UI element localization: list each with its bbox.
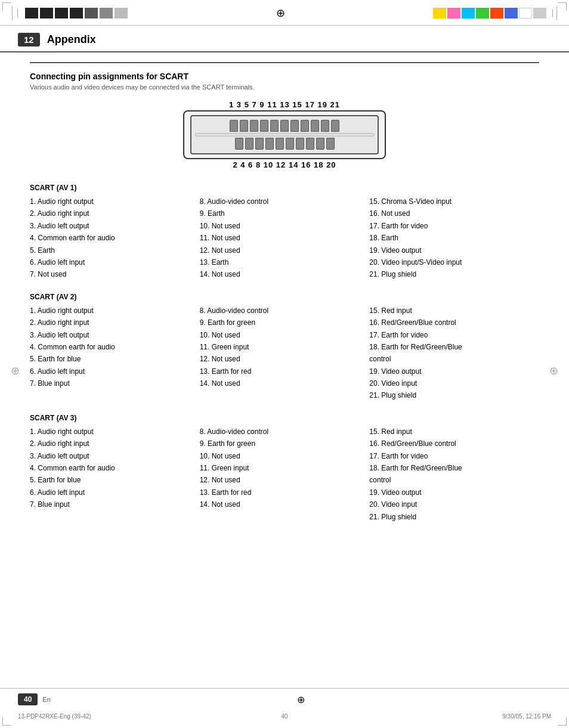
list-item: Audio right output bbox=[30, 305, 194, 317]
corner-tl bbox=[2, 2, 11, 11]
list-item: Plug shield bbox=[369, 511, 533, 523]
scart-diagram: 1 3 5 7 9 11 13 15 17 19 21 bbox=[30, 100, 539, 169]
pin bbox=[260, 120, 268, 132]
list-item: Video input bbox=[369, 498, 533, 510]
scart-av3-label: SCART (AV 3) bbox=[30, 414, 539, 422]
footer-lang: En bbox=[42, 696, 50, 703]
pin-numbers-bottom: 2 4 6 8 10 12 14 16 18 20 bbox=[233, 160, 336, 169]
section-title: Connecting pin assignments for SCART bbox=[30, 72, 539, 81]
list-item: Not used bbox=[200, 450, 364, 462]
scart-av2-columns: Audio right output Audio right input Aud… bbox=[30, 305, 539, 402]
pin bbox=[250, 120, 258, 132]
scart-av2-col1: Audio right output Audio right input Aud… bbox=[30, 305, 200, 402]
scart-av3-list1: Audio right output Audio right input Aud… bbox=[30, 426, 194, 511]
section-divider bbox=[30, 62, 539, 63]
corner-bl bbox=[2, 717, 11, 726]
pin-row-top bbox=[195, 120, 374, 132]
pin bbox=[321, 120, 329, 132]
list-item: Not used bbox=[200, 220, 364, 232]
list-item: Video output bbox=[369, 487, 533, 498]
footer: 40 En ⊕ bbox=[0, 688, 569, 710]
corner-tr bbox=[558, 2, 567, 11]
list-item: Audio-video control bbox=[200, 196, 364, 207]
list-item: Common earth for audio bbox=[30, 341, 194, 353]
scart-av1-list1: Audio right output Audio right input Aud… bbox=[30, 196, 194, 281]
list-item: Earth for video bbox=[369, 220, 533, 232]
list-item: Chroma S-Video input bbox=[369, 196, 533, 207]
scart-av1-columns: Audio right output Audio right input Aud… bbox=[30, 196, 539, 281]
scart-av1-col1: Audio right output Audio right input Aud… bbox=[30, 196, 200, 281]
scart-av2-label: SCART (AV 2) bbox=[30, 293, 539, 301]
pin bbox=[286, 138, 294, 150]
pin bbox=[240, 120, 248, 132]
color-bar-right bbox=[433, 8, 546, 18]
compass-top: ⊕ bbox=[128, 7, 433, 20]
compass-bottom: ⊕ bbox=[297, 694, 305, 705]
list-item: Earth for Red/Green/Bluecontrol bbox=[369, 462, 533, 487]
list-item: Earth for blue bbox=[30, 353, 194, 365]
list-item: Earth for red bbox=[200, 365, 364, 377]
scart-av2-section: SCART (AV 2) Audio right output Audio ri… bbox=[30, 293, 539, 402]
pin bbox=[245, 138, 253, 150]
scart-av3-col3: Red input Red/Green/Blue control Earth f… bbox=[369, 426, 539, 523]
list-item: Video output bbox=[369, 244, 533, 256]
scart-av3-list2: Audio-video control Earth for green Not … bbox=[200, 426, 364, 511]
list-item: Not used bbox=[200, 377, 364, 389]
scart-av1-list3: Chroma S-Video input Not used Earth for … bbox=[369, 196, 533, 281]
list-item: Not used bbox=[200, 268, 364, 280]
chapter-title: Appendix bbox=[47, 33, 96, 46]
chapter-number: 12 bbox=[18, 33, 40, 47]
corner-br bbox=[558, 717, 567, 726]
main-content: Connecting pin assignments for SCART Var… bbox=[0, 62, 569, 523]
list-item: Earth for video bbox=[369, 329, 533, 341]
list-item: Not used bbox=[200, 474, 364, 486]
list-item: Audio right output bbox=[30, 426, 194, 438]
list-item: Not used bbox=[200, 232, 364, 244]
list-item: Not used bbox=[200, 353, 364, 365]
list-item: Red/Green/Blue control bbox=[369, 438, 533, 450]
list-item: Blue input bbox=[30, 377, 194, 389]
list-item: Video input/S-Video input bbox=[369, 256, 533, 268]
corner-top-right bbox=[433, 6, 557, 20]
list-item: Earth for blue bbox=[30, 474, 194, 486]
page-number-badge: 40 bbox=[18, 693, 38, 705]
list-item: Not used bbox=[200, 498, 364, 510]
scart-av1-label: SCART (AV 1) bbox=[30, 184, 539, 192]
list-item: Audio right input bbox=[30, 438, 194, 450]
scart-av3-col2: Audio-video control Earth for green Not … bbox=[200, 426, 370, 523]
list-item: Earth for red bbox=[200, 487, 364, 498]
list-item: Blue input bbox=[30, 498, 194, 510]
pin bbox=[230, 120, 238, 132]
list-item: Video input bbox=[369, 377, 533, 389]
list-item: Video output bbox=[369, 365, 533, 377]
list-item: Plug shield bbox=[369, 389, 533, 401]
list-item: Audio right output bbox=[30, 196, 194, 207]
list-item: Earth bbox=[30, 244, 194, 256]
footer-center-page: 40 bbox=[281, 713, 287, 720]
list-item: Earth bbox=[369, 232, 533, 244]
footer-left-info: 13-PDP42RXE-Eng (39-42) bbox=[18, 713, 91, 720]
compass-left: ⊕ bbox=[11, 364, 20, 377]
pin bbox=[270, 120, 279, 132]
compass-right: ⊕ bbox=[549, 364, 558, 377]
scart-av3-columns: Audio right output Audio right input Aud… bbox=[30, 426, 539, 523]
list-item: Common earth for audio bbox=[30, 232, 194, 244]
list-item: Earth for video bbox=[369, 450, 533, 462]
header: ⊕ bbox=[0, 0, 569, 26]
scart-av3-col1: Audio right output Audio right input Aud… bbox=[30, 426, 200, 523]
pin bbox=[280, 120, 289, 132]
pin bbox=[255, 138, 264, 150]
pin bbox=[331, 120, 339, 132]
scart-av1-section: SCART (AV 1) Audio right output Audio ri… bbox=[30, 184, 539, 281]
scart-av1-list2: Audio-video control Earth Not used Not u… bbox=[200, 196, 364, 281]
list-item: Green input bbox=[200, 341, 364, 353]
list-item: Audio right input bbox=[30, 207, 194, 219]
list-item: Red input bbox=[369, 305, 533, 317]
corner-top-left bbox=[12, 6, 128, 20]
pin-numbers-top: 1 3 5 7 9 11 13 15 17 19 21 bbox=[229, 100, 340, 109]
list-item: Audio left output bbox=[30, 220, 194, 232]
list-item: Audio left input bbox=[30, 487, 194, 498]
scart-av2-list3: Red input Red/Green/Blue control Earth f… bbox=[369, 305, 533, 402]
list-item: Not used bbox=[30, 268, 194, 280]
list-item: Audio left input bbox=[30, 365, 194, 377]
